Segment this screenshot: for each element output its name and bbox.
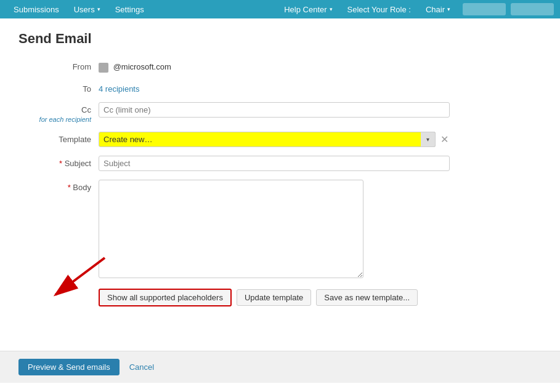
body-textarea[interactable] <box>99 180 363 278</box>
to-field: 4 recipients <box>99 81 450 94</box>
from-row: From @microsoft.com <box>18 59 450 73</box>
from-field: @microsoft.com <box>99 59 450 73</box>
cc-row: Cc for each recipient <box>18 102 450 123</box>
template-field: Create new… ▾ ✕ <box>99 132 450 147</box>
body-field <box>99 180 450 280</box>
subject-label: Subject <box>18 156 99 168</box>
template-controls: Create new… ▾ ✕ <box>99 132 450 147</box>
page-title: Send Email <box>18 31 542 47</box>
preview-send-button[interactable]: Preview & Send emails <box>18 359 120 375</box>
navbar: Submissions Users ▾ Settings Help Center… <box>0 0 560 18</box>
action-buttons-row: Show all supported placeholders Update t… <box>99 289 450 306</box>
page-content: Send Email From @microsoft.com To 4 reci… <box>0 18 560 351</box>
nav-help-center[interactable]: Help Center ▾ <box>277 0 339 18</box>
footer-bar: Preview & Send emails Cancel <box>0 351 560 383</box>
cancel-link[interactable]: Cancel <box>129 362 154 372</box>
navbar-right <box>463 3 554 15</box>
template-label: Template <box>18 132 99 144</box>
template-select-wrapper: Create new… ▾ <box>99 132 436 147</box>
subject-row: Subject <box>18 156 450 171</box>
cc-input[interactable] <box>99 102 450 118</box>
user-name-placeholder <box>511 3 554 15</box>
users-caret-icon: ▾ <box>97 6 100 12</box>
from-label: From <box>18 59 99 71</box>
navbar-center: Help Center ▾ Select Your Role : Chair ▾ <box>277 0 458 18</box>
recipients-link[interactable]: 4 recipients <box>99 81 139 94</box>
subject-field <box>99 156 450 171</box>
cc-label: Cc for each recipient <box>18 102 99 123</box>
chair-caret-icon: ▾ <box>447 6 450 12</box>
nav-role-label: Select Your Role : <box>340 0 418 18</box>
cc-hint: for each recipient <box>18 116 91 123</box>
nav-settings[interactable]: Settings <box>108 0 152 18</box>
body-label: Body <box>18 180 99 192</box>
email-icon <box>99 63 108 73</box>
nav-users[interactable]: Users ▾ <box>67 0 108 18</box>
show-placeholders-button[interactable]: Show all supported placeholders <box>99 289 232 306</box>
update-template-button[interactable]: Update template <box>237 289 311 306</box>
nav-submissions[interactable]: Submissions <box>6 0 67 18</box>
cc-field <box>99 102 450 118</box>
to-label: To <box>18 81 99 94</box>
nav-chair-role[interactable]: Chair ▾ <box>418 0 458 18</box>
to-row: To 4 recipients <box>18 81 450 94</box>
body-row: Body <box>18 180 450 280</box>
send-email-form: From @microsoft.com To 4 recipients Cc f… <box>18 59 450 306</box>
from-value: @microsoft.com <box>99 59 450 73</box>
navbar-left: Submissions Users ▾ Settings <box>6 0 152 18</box>
template-dropdown-icon[interactable]: ▾ <box>421 132 436 147</box>
subject-input[interactable] <box>99 156 450 171</box>
save-template-button[interactable]: Save as new template... <box>316 289 418 306</box>
buttons-area: Show all supported placeholders Update t… <box>99 289 450 306</box>
template-row: Template Create new… ▾ ✕ <box>18 132 450 147</box>
help-caret-icon: ▾ <box>330 6 333 12</box>
user-avatar <box>463 3 506 15</box>
template-clear-button[interactable]: ✕ <box>439 134 450 145</box>
template-select[interactable]: Create new… <box>99 132 436 147</box>
